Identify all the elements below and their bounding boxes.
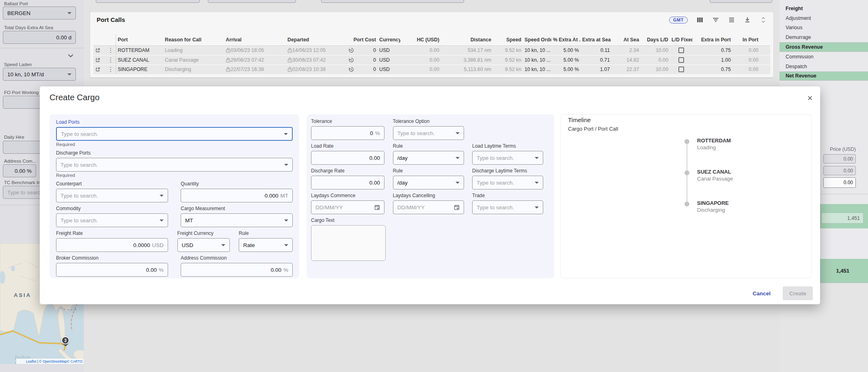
table-row: ⋮ROTTERDAMLoading03/06/23 18:0514/06/23 …: [93, 46, 770, 56]
laydays-cancelling-label: Laydays Cancelling: [393, 193, 464, 198]
timeline-dot: [684, 170, 689, 175]
load-rate-input[interactable]: 0.00: [311, 151, 384, 165]
carto-link[interactable]: © CARTO: [67, 359, 82, 363]
value-suffix: MT: [281, 193, 289, 199]
filter-icon[interactable]: [712, 16, 719, 24]
open-in-new-icon: [95, 47, 101, 53]
discharge-ports-search[interactable]: Type to search.: [56, 158, 293, 172]
speed-laden-select[interactable]: 10 kn, 10 MT/d: [3, 68, 76, 81]
rule-label: Rule: [239, 230, 293, 236]
osm-link[interactable]: © OpenStreetMap: [39, 359, 67, 363]
row-menu-button[interactable]: ⋮: [106, 56, 116, 65]
column-header-currency: Currency: [378, 37, 400, 43]
freight-currency-select[interactable]: USD: [177, 238, 230, 252]
chevron-down-icon: [284, 164, 288, 166]
cancel-button[interactable]: Cancel: [749, 287, 775, 300]
column-header-extra-in-port: Extra in Port: [693, 37, 732, 43]
gross-revenue-input[interactable]: 1,451: [821, 213, 864, 224]
load-ports-search[interactable]: Type to search.: [56, 127, 293, 141]
counterpart-label: Counterpart: [56, 181, 168, 187]
cargo-text-textarea[interactable]: [311, 225, 386, 261]
commodity-search[interactable]: Type to search.: [56, 213, 168, 227]
top-cut-input-3[interactable]: [321, 0, 464, 3]
tolerance-input[interactable]: 0%: [311, 126, 384, 140]
ld-fixed-checkbox[interactable]: [678, 57, 684, 63]
price-column-header: Price (USD): [830, 146, 856, 152]
cargo-field-freight-rate: Freight Rate0.0000USD: [56, 230, 168, 252]
cell-ld_fixed[interactable]: [670, 67, 693, 72]
terms-field-tolerance-option: Tolerance OptionType to search.: [393, 118, 464, 140]
cell-extra_at_sea: 0.71: [581, 57, 611, 63]
download-icon[interactable]: [744, 16, 751, 24]
cell-currency: USD: [378, 47, 400, 53]
cargo-measurement-select[interactable]: MT: [181, 213, 293, 227]
price-input-1[interactable]: 0.00: [823, 154, 856, 163]
column-header-l-d-fixed: L/D Fixed: [670, 37, 693, 43]
map-cluster-marker[interactable]: 3: [61, 336, 69, 344]
timezone-badge[interactable]: GMT: [669, 17, 688, 24]
cargo-field-rule: RuleRate: [239, 230, 293, 252]
chevron-down-icon: [535, 157, 539, 159]
pnl-row-gross-revenue: Gross Revenue: [779, 42, 868, 52]
top-cut-input-2[interactable]: [208, 0, 296, 3]
cell-ld_fixed[interactable]: [670, 47, 693, 53]
cell-hc: 0.00: [400, 57, 441, 63]
cell-currency: USD: [378, 57, 400, 63]
address-commission-input[interactable]: 0.00%: [181, 263, 293, 277]
timeline-port-reason: Loading: [697, 144, 731, 151]
open-port-call-button[interactable]: [93, 67, 106, 72]
rule-select[interactable]: /day: [393, 176, 464, 189]
rule-label: Rule: [393, 143, 464, 149]
ld-fixed-checkbox[interactable]: [678, 67, 684, 72]
columns-icon[interactable]: [696, 16, 704, 24]
address-commission-input[interactable]: 0.00 %: [3, 164, 36, 177]
rule-select[interactable]: /day: [393, 151, 464, 165]
unfold-icon[interactable]: [760, 16, 767, 24]
placeholder-text: Type to search.: [60, 193, 160, 199]
rule-select[interactable]: Rate: [239, 238, 293, 252]
cell-days_ld: 0.00: [641, 57, 670, 63]
load-ports-label: Load Ports: [56, 119, 293, 125]
freight-rate-input[interactable]: 0.0000USD: [56, 238, 168, 252]
leaflet-link[interactable]: Leaflet: [26, 359, 37, 363]
column-header-blank: [106, 34, 116, 45]
quantity-input[interactable]: 0.000MT: [181, 189, 293, 202]
cell-currency: USD: [378, 67, 400, 72]
ballast-port-select[interactable]: BERGEN: [3, 6, 76, 19]
cargo-field-commodity: CommodityType to search.: [56, 206, 168, 227]
close-icon[interactable]: ✕: [804, 92, 816, 104]
create-button[interactable]: Create: [783, 286, 813, 300]
row-menu-button[interactable]: ⋮: [106, 46, 116, 55]
history-icon: [348, 47, 354, 53]
timeline-item-singapore: SINGAPOREDischarging: [697, 200, 729, 213]
pnl-rows: FreightAdjustmentVariousDemurrageGross R…: [779, 4, 868, 81]
open-port-call-button[interactable]: [93, 47, 106, 53]
broker-commission-input[interactable]: 0.00%: [56, 263, 168, 277]
laydays-commence-date[interactable]: DD/MM/YY: [311, 200, 384, 214]
tolerance-option-search[interactable]: Type to search.: [393, 126, 464, 140]
collapse-chevron-icon[interactable]: [66, 52, 75, 59]
discharge-laytime-terms-search[interactable]: Type to search.: [472, 176, 543, 189]
tolerance-label: Tolerance: [311, 118, 384, 124]
open-port-call-button[interactable]: [93, 57, 106, 63]
cell-arrival: 29/06/23 07:42: [224, 57, 286, 63]
price-input-3[interactable]: 0.00: [823, 177, 856, 188]
lock-icon: [226, 67, 231, 72]
counterpart-search[interactable]: Type to search.: [56, 189, 168, 202]
cell-extra_in_port: 0.75: [693, 67, 732, 72]
row-menu-button[interactable]: ⋮: [106, 65, 116, 74]
cell-ld_fixed[interactable]: [670, 57, 693, 63]
ld-fixed-checkbox[interactable]: [678, 47, 684, 53]
trade-search[interactable]: Type to search.: [472, 200, 543, 214]
laydays-cancelling-date[interactable]: DD/MM/YY: [393, 200, 464, 214]
top-cut-input-1[interactable]: [96, 0, 200, 3]
row-density-icon[interactable]: [728, 16, 735, 24]
cargo-field-broker-commission: Broker Commission0.00%: [56, 255, 168, 277]
field-value: 0.000: [265, 193, 279, 199]
top-cut-input-4[interactable]: [710, 0, 772, 3]
discharge-rate-input[interactable]: 0.00: [311, 176, 384, 189]
price-input-2[interactable]: 0.00: [823, 166, 856, 175]
terms-field-cargo-text: Cargo Text: [311, 217, 386, 261]
required-helper: Required: [56, 173, 293, 178]
load-laytime-terms-search[interactable]: Type to search.: [472, 151, 543, 165]
